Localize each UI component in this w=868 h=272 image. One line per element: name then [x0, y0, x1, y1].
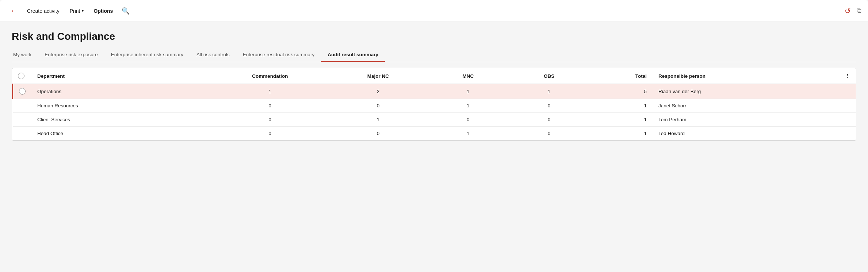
row-ho-department: Head Office: [31, 127, 211, 141]
row-operations-department: Operations: [31, 84, 211, 99]
toolbar: ← Create activity Print ▾ Options 🔍 ↺ ⧉: [0, 0, 868, 22]
toolbar-left: ← Create activity Print ▾ Options 🔍: [7, 4, 845, 17]
search-button[interactable]: 🔍: [119, 5, 133, 17]
external-link-button[interactable]: ⧉: [857, 7, 861, 15]
tab-enterprise-inherent-risk[interactable]: Enterprise inherent risk summary: [104, 49, 190, 62]
th-total: Total: [590, 68, 653, 84]
row-cs-commendation: 0: [211, 113, 329, 127]
row-cs-department: Client Services: [31, 113, 211, 127]
operations-radio[interactable]: [19, 88, 26, 95]
row-cs-responsible: Tom Perham: [653, 113, 815, 127]
row-operations-more: [815, 84, 856, 99]
header-radio[interactable]: [18, 73, 24, 79]
column-more-icon[interactable]: ⋮: [845, 73, 850, 79]
th-major-nc: Major NC: [329, 68, 428, 84]
table-row: Client Services 0 1 0 0 1 Tom Perham: [13, 113, 856, 127]
back-button[interactable]: ←: [7, 4, 21, 17]
row-operations-total: 5: [590, 84, 653, 99]
row-ho-mnc: 1: [428, 127, 509, 141]
row-cs-select: [13, 113, 32, 127]
row-operations-select[interactable]: [13, 84, 32, 99]
row-hr-select: [13, 99, 32, 113]
print-button[interactable]: Print ▾: [65, 6, 88, 16]
create-activity-button[interactable]: Create activity: [23, 6, 64, 16]
row-cs-more: [815, 113, 856, 127]
table-row: Head Office 0 0 1 0 1 Ted Howard: [13, 127, 856, 141]
row-cs-mnc: 0: [428, 113, 509, 127]
main-content: Risk and Compliance My work Enterprise r…: [0, 22, 868, 149]
row-ho-total: 1: [590, 127, 653, 141]
tab-enterprise-risk-exposure[interactable]: Enterprise risk exposure: [38, 49, 104, 62]
row-hr-major-nc: 0: [329, 99, 428, 113]
toolbar-right: ↺ ⧉: [845, 7, 861, 15]
row-hr-department: Human Resources: [31, 99, 211, 113]
table-row: Human Resources 0 0 1 0 1 Janet Schorr: [13, 99, 856, 113]
print-chevron-icon: ▾: [82, 9, 84, 13]
row-operations-obs: 1: [509, 84, 590, 99]
th-select: [13, 68, 32, 84]
th-responsible-person: Responsible person: [653, 68, 815, 84]
row-operations-mnc: 1: [428, 84, 509, 99]
table-header-row: Department Commendation Major NC MNC OBS…: [13, 68, 856, 84]
th-mnc: MNC: [428, 68, 509, 84]
tab-audit-result-summary[interactable]: Audit result summary: [321, 49, 385, 62]
print-label: Print: [70, 8, 80, 14]
row-hr-obs: 0: [509, 99, 590, 113]
th-commendation: Commendation: [211, 68, 329, 84]
row-ho-major-nc: 0: [329, 127, 428, 141]
th-more: ⋮: [815, 68, 856, 84]
row-hr-mnc: 1: [428, 99, 509, 113]
row-ho-more: [815, 127, 856, 141]
refresh-button[interactable]: ↺: [845, 7, 851, 15]
row-ho-responsible: Ted Howard: [653, 127, 815, 141]
row-cs-major-nc: 1: [329, 113, 428, 127]
options-button[interactable]: Options: [89, 6, 118, 16]
row-operations-responsible: Riaan van der Berg: [653, 84, 815, 99]
table-row: Operations 1 2 1 1 5 Riaan van der Berg: [13, 84, 856, 99]
row-operations-major-nc: 2: [329, 84, 428, 99]
row-cs-obs: 0: [509, 113, 590, 127]
row-operations-commendation: 1: [211, 84, 329, 99]
row-hr-responsible: Janet Schorr: [653, 99, 815, 113]
page-title: Risk and Compliance: [12, 31, 856, 42]
row-cs-total: 1: [590, 113, 653, 127]
row-hr-more: [815, 99, 856, 113]
tab-enterprise-residual-risk[interactable]: Enterprise residual risk summary: [236, 49, 321, 62]
th-department: Department: [31, 68, 211, 84]
tab-my-work[interactable]: My work: [12, 49, 38, 62]
row-ho-obs: 0: [509, 127, 590, 141]
row-hr-total: 1: [590, 99, 653, 113]
tab-all-risk-controls[interactable]: All risk controls: [190, 49, 236, 62]
audit-result-table: Department Commendation Major NC MNC OBS…: [12, 68, 856, 141]
th-obs: OBS: [509, 68, 590, 84]
row-ho-commendation: 0: [211, 127, 329, 141]
row-ho-select: [13, 127, 32, 141]
row-hr-commendation: 0: [211, 99, 329, 113]
tab-bar: My work Enterprise risk exposure Enterpr…: [12, 49, 856, 62]
